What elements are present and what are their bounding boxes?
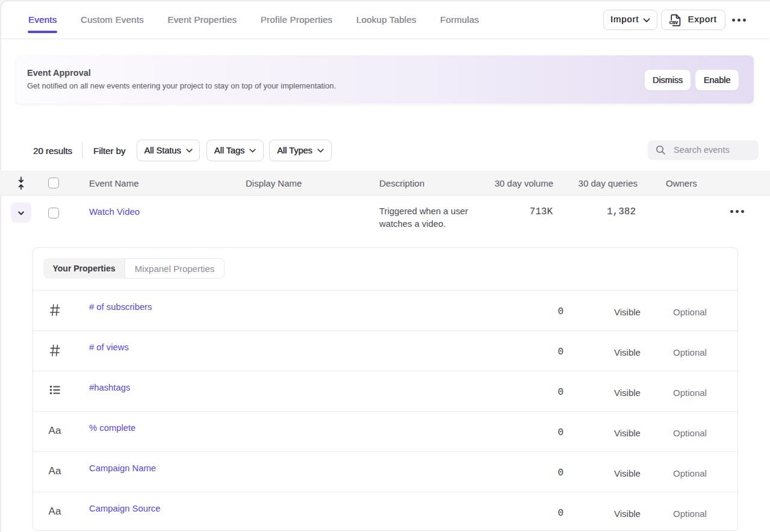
svg-text:CSV: CSV [669,20,678,25]
